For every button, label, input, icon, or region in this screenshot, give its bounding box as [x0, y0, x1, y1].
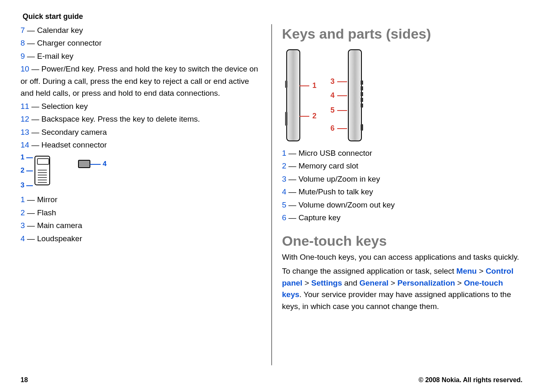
key-item: 10 — Power/End key. Press and hold the k… [21, 63, 261, 99]
key-item: 5 — Volume down/Zoom out key [282, 199, 523, 211]
sep: > [302, 279, 311, 287]
heading-keys-and-parts-sides: Keys and parts (sides) [282, 26, 523, 42]
diagram-label: 1 [313, 81, 317, 90]
key-label: Calendar key [37, 26, 83, 35]
key-item: 3 — Volume up/Zoom in key [282, 173, 523, 185]
key-number: 14 [21, 141, 29, 149]
key-number: 13 [21, 128, 29, 136]
diagram-label: 5 [331, 106, 335, 115]
key-item: 2 — Flash [21, 207, 261, 219]
heading-one-touch-keys: One-touch keys [282, 233, 523, 249]
key-item: 11 — Selection key [21, 100, 261, 112]
key-number: 3 [282, 175, 287, 183]
key-number: 8 [21, 39, 25, 47]
key-number: 2 [21, 208, 25, 217]
key-label: Volume down/Zoom out key [299, 201, 395, 209]
key-label: Charger connector [37, 39, 101, 47]
one-touch-intro: With One-touch keys, you can access appl… [282, 251, 523, 263]
key-item: 12 — Backspace key. Press the key to del… [21, 113, 261, 125]
key-label: Headset connector [41, 141, 107, 149]
diagram-label: 3 [21, 181, 24, 189]
diagram-label: 1 [21, 153, 24, 161]
key-number: 10 [21, 65, 29, 73]
key-item: 8 — Charger connector [21, 37, 261, 49]
key-label: Flash [37, 208, 56, 217]
key-number: 4 [21, 234, 25, 243]
key-item: 7 — Calendar key [21, 24, 261, 36]
diagram-label: 4 [103, 160, 106, 168]
key-item: 6 — Capture key [282, 212, 523, 224]
text: To change the assigned application or ta… [282, 267, 457, 275]
diagram-label: 3 [331, 77, 335, 86]
sep: > [455, 279, 464, 287]
key-label: Volume up/Zoom in key [299, 175, 380, 183]
copyright: © 2008 Nokia. All rights reserved. [419, 376, 522, 384]
one-touch-instructions: To change the assigned application or ta… [282, 265, 523, 312]
text: and [342, 279, 359, 287]
key-item: 1 — Micro USB connector [282, 147, 523, 159]
key-label: Loudspeaker [37, 234, 82, 243]
nav-settings: Settings [311, 279, 342, 287]
key-label: Backspace key. Press the key to delete i… [41, 115, 200, 123]
text: . Your service provider may have assigne… [282, 290, 511, 311]
key-label: Memory card slot [299, 161, 359, 170]
diagram-label: 2 [313, 112, 317, 120]
key-number: 1 [282, 149, 287, 157]
key-number: 12 [21, 115, 29, 123]
key-item: 9 — E-mail key [21, 50, 261, 62]
key-item: 13 — Secondary camera [21, 126, 261, 138]
key-label: E-mail key [37, 52, 74, 60]
nav-general: General [359, 279, 389, 287]
key-label: Mute/Push to talk key [299, 187, 373, 196]
section-header: Quick start guide [23, 12, 522, 21]
key-number: 7 [21, 26, 25, 35]
key-number: 2 [282, 161, 287, 170]
key-item: 4 — Mute/Push to talk key [282, 186, 523, 198]
key-item: 2 — Memory card slot [282, 160, 523, 172]
diagram-label: 2 [21, 166, 24, 175]
nav-menu: Menu [456, 267, 477, 275]
key-label: Capture key [299, 213, 341, 222]
camera-diagram: 1 2 3 4 [21, 152, 111, 189]
key-label: Selection key [41, 102, 88, 111]
key-label: Micro USB connector [299, 149, 373, 157]
sep: > [477, 267, 486, 275]
diagram-label: 6 [331, 124, 335, 133]
two-column-layout: 7 — Calendar key 8 — Charger connector 9… [21, 24, 522, 365]
key-number: 6 [282, 213, 287, 222]
key-number: 3 [21, 221, 25, 230]
key-number: 4 [282, 187, 287, 196]
key-item: 14 — Headset connector [21, 139, 261, 151]
key-label: Mirror [37, 195, 58, 204]
sep: > [389, 279, 398, 287]
right-column: Keys and parts (sides) 1 2 3 4 5 6 1 — M… [272, 24, 523, 365]
key-number: 9 [21, 52, 25, 60]
key-number: 11 [21, 102, 29, 111]
page-footer: 18 © 2008 Nokia. All rights reserved. [21, 376, 522, 384]
side-keys-diagram: 1 2 3 4 5 6 [282, 46, 377, 145]
nav-personalization: Personalization [397, 279, 455, 287]
key-label: Main camera [37, 221, 82, 230]
key-label: Power/End key. Press and hold the key to… [21, 65, 258, 97]
key-item: 4 — Loudspeaker [21, 233, 261, 244]
key-number: 5 [282, 201, 287, 209]
key-label: Secondary camera [41, 128, 107, 136]
diagram-label: 4 [331, 91, 335, 100]
key-number: 1 [21, 195, 25, 204]
left-column: 7 — Calendar key 8 — Charger connector 9… [21, 24, 272, 365]
page-number: 18 [21, 376, 28, 384]
key-item: 1 — Mirror [21, 194, 261, 205]
key-item: 3 — Main camera [21, 219, 261, 231]
